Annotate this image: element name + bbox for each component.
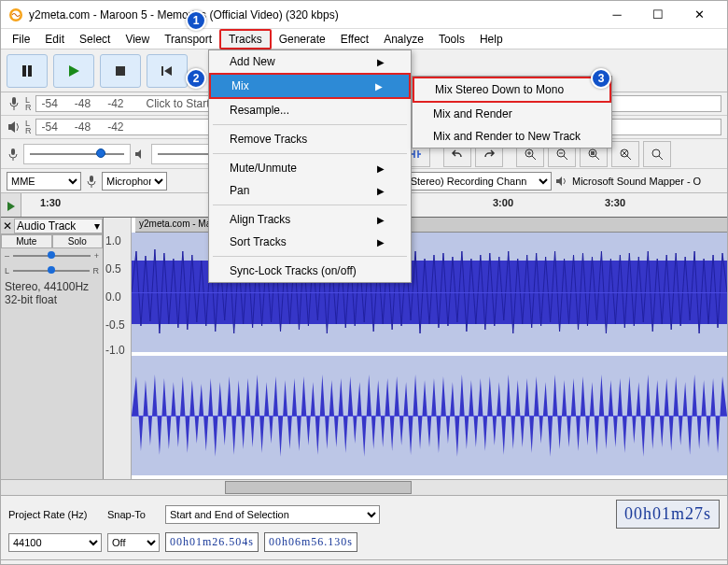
speaker-icon <box>134 148 147 161</box>
titlebar: y2meta.com - Maroon 5 - Memories (Offici… <box>1 1 727 29</box>
track-name-dropdown[interactable]: Audio Track▾ <box>14 219 103 233</box>
tracks-menu: Add New▶ Mix▶ Resample... Remove Tracks … <box>208 49 412 283</box>
menu-mix-render-new[interactable]: Mix and Render to New Track <box>413 125 611 148</box>
menu-view[interactable]: View <box>118 31 157 48</box>
svg-rect-4 <box>116 66 125 76</box>
speaker-icon <box>7 119 21 135</box>
menu-mix-render[interactable]: Mix and Render <box>413 103 611 125</box>
meter-tick: -54 <box>42 97 58 110</box>
close-button[interactable]: ✕ <box>679 2 720 28</box>
mic-icon <box>85 175 98 188</box>
menu-remove-tracks[interactable]: Remove Tracks <box>209 128 411 150</box>
svg-rect-20 <box>90 176 93 182</box>
menu-select[interactable]: Select <box>72 31 118 48</box>
ruler-time: 3:30 <box>605 197 625 208</box>
amplitude-scale: 1.0 0.5 0.0 -0.5 -1.0 <box>104 218 132 479</box>
minimize-button[interactable]: ─ <box>596 2 637 28</box>
audio-host-select[interactable]: MME <box>7 172 81 191</box>
meter-tick: -42 <box>107 97 123 110</box>
horizontal-scrollbar[interactable] <box>1 479 727 496</box>
selection-toolbar: Project Rate (Hz) Snap-To Start and End … <box>1 496 727 559</box>
mix-submenu: Mix Stereo Down to Mono Mix and Render M… <box>412 76 612 148</box>
svg-rect-17 <box>591 151 595 155</box>
speaker-icon <box>555 175 568 188</box>
project-rate-label: Project Rate (Hz) <box>8 509 102 520</box>
app-logo-icon <box>8 7 23 22</box>
meter-tick: -48 <box>75 97 91 110</box>
mute-button[interactable]: Mute <box>1 234 52 248</box>
status-bar: Stopped. <box>1 559 727 565</box>
svg-rect-2 <box>22 65 26 77</box>
meter-tick: -54 <box>42 120 58 134</box>
snap-to-select[interactable]: Off <box>107 533 160 552</box>
svg-rect-6 <box>12 97 16 105</box>
lr-label: LR <box>25 96 32 111</box>
pan-slider[interactable]: LR <box>1 263 103 278</box>
track-close-button[interactable]: ✕ <box>1 219 14 233</box>
callout-2: 2 <box>186 68 206 89</box>
zoom-fit-button[interactable] <box>611 141 639 167</box>
menu-generate[interactable]: Generate <box>272 31 333 48</box>
play-button[interactable] <box>53 54 94 88</box>
menu-help[interactable]: Help <box>472 31 511 48</box>
waveform-area[interactable]: y2meta.com - Maroon 5 - Memories (Offici… <box>104 218 727 479</box>
callout-3: 3 <box>591 68 611 89</box>
menu-edit[interactable]: Edit <box>37 31 72 48</box>
solo-button[interactable]: Solo <box>52 234 104 248</box>
mic-icon <box>7 95 21 112</box>
input-device-select[interactable]: Microphone <box>102 172 167 191</box>
audio-position-display[interactable]: 00h01m27s <box>616 500 720 529</box>
ruler-time: 1:30 <box>40 197 61 208</box>
rec-channels-select[interactable]: (Stereo) Recording Chann <box>402 172 552 191</box>
selection-start-display[interactable]: 00h01m26.504s <box>165 532 259 552</box>
svg-rect-5 <box>161 66 163 76</box>
skip-start-button[interactable] <box>147 54 188 88</box>
output-device[interactable]: Microsoft Sound Mapper - O <box>572 176 721 187</box>
svg-point-19 <box>652 149 660 157</box>
menu-mute-unmute[interactable]: Mute/Unmute▶ <box>209 157 411 179</box>
menu-analyze[interactable]: Analyze <box>376 31 431 48</box>
stop-button[interactable] <box>100 54 141 88</box>
menu-effect[interactable]: Effect <box>333 31 376 48</box>
maximize-button[interactable]: ☐ <box>637 2 679 28</box>
meter-tick: -42 <box>107 120 123 134</box>
menu-tracks[interactable]: Tracks <box>219 29 272 49</box>
track-info: Stereo, 44100Hz32-bit float <box>1 278 103 308</box>
menu-sort-tracks[interactable]: Sort Tracks▶ <box>209 231 411 253</box>
menu-mix[interactable]: Mix▶ <box>209 73 411 99</box>
pin-button[interactable] <box>1 193 21 217</box>
selection-end-display[interactable]: 00h06m56.130s <box>264 532 357 552</box>
menu-transport[interactable]: Transport <box>157 31 219 48</box>
record-volume-slider[interactable] <box>23 144 131 164</box>
window-title: y2meta.com - Maroon 5 - Memories (Offici… <box>29 8 596 21</box>
menu-mix-stereo-to-mono[interactable]: Mix Stereo Down to Mono <box>413 77 611 103</box>
meter-tick: -48 <box>75 120 91 134</box>
track-header: ✕ Audio Track▾ Mute Solo –+ LR Stereo, 4… <box>1 218 104 479</box>
lr-label: LR <box>25 120 32 134</box>
mic-icon <box>7 148 20 161</box>
menu-tools[interactable]: Tools <box>431 31 472 48</box>
gain-slider[interactable]: –+ <box>1 248 103 263</box>
zoom-toggle-button[interactable] <box>643 141 671 167</box>
menu-align-tracks[interactable]: Align Tracks▶ <box>209 208 411 231</box>
pause-button[interactable] <box>7 54 48 88</box>
ruler-time: 3:00 <box>493 197 513 208</box>
project-rate-select[interactable]: 44100 <box>8 533 102 552</box>
callout-1: 1 <box>186 10 206 31</box>
menu-resample[interactable]: Resample... <box>209 99 411 121</box>
snap-to-label: Snap-To <box>107 509 160 520</box>
menu-add-new[interactable]: Add New▶ <box>209 50 411 73</box>
menubar: File Edit Select View Transport Tracks G… <box>1 29 727 49</box>
menu-sync-lock[interactable]: Sync-Lock Tracks (on/off) <box>209 260 411 282</box>
menu-file[interactable]: File <box>5 31 37 48</box>
selection-format-select[interactable]: Start and End of Selection <box>165 505 380 524</box>
menu-pan[interactable]: Pan▶ <box>209 179 411 202</box>
svg-rect-7 <box>11 148 15 155</box>
waveform-right[interactable] <box>132 356 727 475</box>
svg-rect-3 <box>28 65 32 77</box>
